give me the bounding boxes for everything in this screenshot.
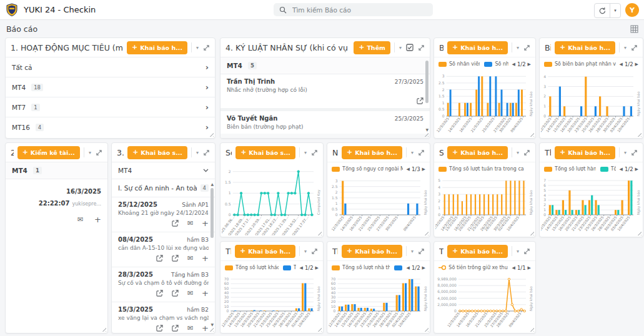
open-external-icon[interactable] <box>172 255 179 262</box>
open-external-icon[interactable] <box>156 290 163 297</box>
scrollbar[interactable] <box>425 61 429 103</box>
legend-next-icon[interactable]: ▶ <box>635 62 638 67</box>
checkbox-icon[interactable] <box>406 44 414 51</box>
open-external-icon[interactable] <box>156 325 163 332</box>
khai-bao-button[interactable]: +Khai báo h... <box>342 245 402 258</box>
mail-icon[interactable]: ✉ <box>187 289 193 297</box>
scroll-down-icon[interactable]: ▼ <box>425 127 429 132</box>
list-item-mt4[interactable]: MT418› <box>6 77 215 97</box>
khai-bao-button[interactable]: +Khai báo s... <box>127 146 187 159</box>
expand-icon[interactable] <box>523 248 530 255</box>
khai-bao-button[interactable]: +Khai báo h... <box>447 146 508 159</box>
plus-icon[interactable]: + <box>202 290 209 297</box>
scroll-down-icon[interactable]: ▼ <box>211 322 214 327</box>
report-entry[interactable]: 25/12/2025Sảnh AP1 Khoảng 21 giờ ngày 24… <box>112 197 215 232</box>
report-entry[interactable]: 28/3/2025Tầng hầm B3 Sự cố và chạm ô tô … <box>112 267 215 302</box>
legend-prev-icon[interactable]: ◀ <box>620 62 623 67</box>
chevron-down-icon[interactable]: ▾ <box>517 45 519 51</box>
group-row[interactable]: MT45 <box>220 57 430 74</box>
chevron-down-icon[interactable]: ▾ <box>196 45 199 51</box>
discipline-entry[interactable]: Trần Thị Trinh27/3/2025 Nhắc nhở (trường… <box>220 74 430 108</box>
search-box[interactable] <box>274 3 433 16</box>
chevron-down-icon[interactable]: ▾ <box>411 249 414 254</box>
expand-icon[interactable] <box>311 248 318 255</box>
expand-icon[interactable] <box>631 44 638 51</box>
legend-prev-icon[interactable]: ◀ <box>512 265 515 270</box>
open-external-icon[interactable] <box>156 255 163 262</box>
mail-icon[interactable]: ✉ <box>187 324 193 332</box>
expand-icon[interactable] <box>311 149 318 156</box>
plus-icon[interactable]: + <box>202 220 209 227</box>
refresh-dropdown-icon[interactable]: ▾ <box>610 4 620 17</box>
chevron-down-icon[interactable]: ▾ <box>196 150 199 156</box>
expand-icon[interactable] <box>418 149 425 156</box>
legend-prev-icon[interactable]: ◀ <box>300 265 303 270</box>
scroll-up-icon[interactable]: ▲ <box>211 182 214 186</box>
scrollbar[interactable] <box>211 188 214 238</box>
legend-next-icon[interactable]: ▶ <box>315 265 319 270</box>
khai-bao-button[interactable]: +Khai báo h... <box>555 41 615 54</box>
list-item-all[interactable]: Tất cả› <box>6 57 215 77</box>
chevron-down-icon[interactable]: ▾ <box>399 45 402 51</box>
khai-bao-button[interactable]: +Khai báo h... <box>235 245 295 258</box>
expand-icon[interactable] <box>203 44 210 51</box>
legend-next-icon[interactable]: ▶ <box>422 167 425 172</box>
search-input[interactable] <box>291 6 427 14</box>
legend-next-icon[interactable]: ▶ <box>422 265 425 270</box>
legend-next-icon[interactable]: ▶ <box>635 167 638 172</box>
chevron-down-icon[interactable]: ▾ <box>624 150 627 156</box>
expand-icon[interactable] <box>631 149 638 156</box>
report-entry[interactable]: 15/3/2025hầm B2 xe văng lại va chạm vs v… <box>112 302 215 333</box>
open-external-icon[interactable] <box>417 97 424 104</box>
expand-icon[interactable] <box>96 149 102 156</box>
legend-next-icon[interactable]: ▶ <box>528 265 531 270</box>
expand-icon[interactable] <box>203 149 210 156</box>
legend-prev-icon[interactable]: ◀ <box>407 265 410 270</box>
khai-bao-button[interactable]: +Khai báo s... <box>235 146 295 159</box>
khai-bao-button[interactable]: +Khai báo h... <box>342 146 402 159</box>
list-item-mt16[interactable]: MT164› <box>6 117 215 137</box>
legend-prev-icon[interactable]: ◀ <box>620 167 623 172</box>
section-header[interactable]: I. Sự cố An ninh - An toàn: G...4 <box>112 179 215 197</box>
khai-bao-button[interactable]: +Khai báo h... <box>127 41 187 54</box>
expand-icon[interactable] <box>418 44 425 51</box>
expand-icon[interactable] <box>418 248 425 255</box>
chevron-down-icon[interactable]: ▾ <box>624 45 627 51</box>
legend-pager: ◀1/3▶ <box>407 166 425 172</box>
them-button[interactable]: +Thêm <box>354 41 390 54</box>
mail-icon[interactable]: ✉ <box>187 219 193 227</box>
group-row[interactable]: MT41 <box>6 162 107 179</box>
chevron-down-icon[interactable]: ▾ <box>411 150 414 156</box>
mail-icon[interactable]: ✉ <box>187 254 193 262</box>
open-external-icon[interactable] <box>172 290 179 297</box>
filter-select[interactable]: MT4 <box>112 162 215 179</box>
expand-icon[interactable] <box>523 149 530 156</box>
khai-bao-button[interactable]: +Khai báo h... <box>555 146 615 159</box>
khai-bao-button[interactable]: +Khai báo h... <box>447 41 508 54</box>
legend-prev-icon[interactable]: ◀ <box>407 167 410 172</box>
chevron-down-icon[interactable]: ▾ <box>517 249 519 254</box>
chevron-down-icon[interactable]: ▾ <box>304 249 307 254</box>
report-entry[interactable]: 08/4/2025hầm B3 cản dân A-15-10 lùi xe đ… <box>112 232 215 267</box>
refresh-icon[interactable] <box>595 4 610 17</box>
inventory-entry[interactable]: 16/3/2025 22:22:07yukisepre... ✉ + <box>6 179 107 229</box>
open-external-icon[interactable] <box>172 325 179 332</box>
plus-icon[interactable]: + <box>94 217 101 223</box>
avatar[interactable]: Y <box>625 3 639 17</box>
chevron-down-icon[interactable]: ▾ <box>304 150 307 156</box>
mail-icon[interactable]: ✉ <box>77 215 83 224</box>
plus-icon[interactable]: + <box>202 255 209 262</box>
khai-bao-button[interactable]: +Khai báo h... <box>447 245 508 258</box>
chevron-down-icon[interactable]: ▾ <box>89 150 91 156</box>
expand-icon[interactable] <box>523 44 530 51</box>
list-item-mt7[interactable]: MT71› <box>6 97 215 117</box>
kiem-ke-button[interactable]: +Kiểm kê tài... <box>17 146 80 159</box>
grid-view-icon[interactable] <box>630 24 638 36</box>
legend-next-icon[interactable]: ▶ <box>528 62 531 67</box>
discipline-entry[interactable]: Võ Tuyết Ngân25/3/2025 Biên bản (trường … <box>220 111 430 134</box>
count-badge: 5 <box>248 62 257 69</box>
chevron-down-icon[interactable]: ▾ <box>517 150 519 156</box>
plus-icon[interactable]: + <box>202 325 209 332</box>
legend-prev-icon[interactable]: ◀ <box>512 62 515 67</box>
open-external-icon[interactable] <box>172 220 179 227</box>
